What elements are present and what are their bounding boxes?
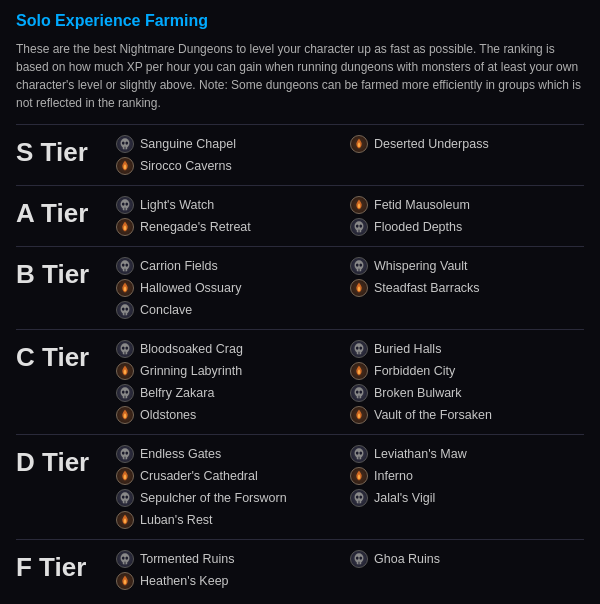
dungeon-item: Grinning Labyrinth <box>116 362 350 380</box>
tier-d-dungeons: Endless Gates Crusader's Cathedral Sepul… <box>116 445 584 529</box>
tier-c-label: C Tier <box>16 340 116 373</box>
tier-b-label: B Tier <box>16 257 116 290</box>
dungeon-item: Hallowed Ossuary <box>116 279 350 297</box>
main-container: Solo Experience Farming These are the be… <box>0 0 600 604</box>
svg-point-65 <box>355 492 364 502</box>
flame-icon <box>350 362 368 380</box>
dungeon-name: Vault of the Forsaken <box>374 408 492 422</box>
dungeon-name: Deserted Underpass <box>374 137 489 151</box>
flame-icon <box>350 467 368 485</box>
svg-point-49 <box>359 391 362 394</box>
tier-s: S Tier Sanguine Chapel Sirocco Caverns D… <box>16 124 584 185</box>
dungeon-name: Inferno <box>374 469 413 483</box>
tier-c-dungeons: Bloodsoaked Crag Grinning Labyrinth Belf… <box>116 340 584 424</box>
tier-a-dungeons: Light's Watch Renegade's Retreat Fetid M… <box>116 196 584 236</box>
skull-icon <box>116 550 134 568</box>
dungeon-name: Hallowed Ossuary <box>140 281 241 295</box>
description: These are the best Nightmare Dungeons to… <box>16 40 584 112</box>
tier-s-label: S Tier <box>16 135 116 168</box>
skull-icon <box>116 301 134 319</box>
skull-icon <box>350 384 368 402</box>
dungeon-item: Inferno <box>350 467 584 485</box>
svg-point-44 <box>359 347 362 350</box>
svg-point-40 <box>355 343 364 353</box>
svg-point-25 <box>355 260 364 270</box>
dungeon-item: Light's Watch <box>116 196 350 214</box>
flame-icon <box>116 218 134 236</box>
tier-b-left-column: Carrion Fields Hallowed Ossuary Conclave <box>116 257 350 319</box>
svg-point-19 <box>125 264 128 267</box>
tier-f-dungeons: Tormented Ruins Heathen's Keep Ghoa Ruin… <box>116 550 584 590</box>
svg-point-48 <box>356 391 359 394</box>
svg-point-75 <box>355 553 364 563</box>
svg-point-60 <box>355 448 364 458</box>
dungeon-item: Forbidden City <box>350 362 584 380</box>
tier-c: C Tier Bloodsoaked Crag Grinning Labyrin… <box>16 329 584 434</box>
dungeon-name: Light's Watch <box>140 198 214 212</box>
dungeon-item: Whispering Vault <box>350 257 584 275</box>
dungeon-item: Flooded Depths <box>350 218 584 236</box>
svg-point-3 <box>122 142 125 145</box>
dungeon-name: Oldstones <box>140 408 196 422</box>
svg-point-73 <box>122 557 125 560</box>
skull-icon <box>116 489 134 507</box>
svg-point-45 <box>355 387 364 397</box>
skull-icon <box>116 445 134 463</box>
dungeon-name: Bloodsoaked Crag <box>140 342 243 356</box>
svg-point-4 <box>125 142 128 145</box>
skull-icon <box>116 340 134 358</box>
dungeon-name: Sepulcher of the Forsworn <box>140 491 287 505</box>
dungeon-item: Jalal's Vigil <box>350 489 584 507</box>
svg-point-79 <box>359 557 362 560</box>
svg-point-53 <box>122 452 125 455</box>
svg-point-28 <box>356 264 359 267</box>
tier-b-right-column: Whispering Vault Steadfast Barracks <box>350 257 584 319</box>
dungeon-name: Jalal's Vigil <box>374 491 435 505</box>
svg-point-29 <box>359 264 362 267</box>
dungeon-item: Buried Halls <box>350 340 584 358</box>
tier-a: A Tier Light's Watch Renegade's Retreat … <box>16 185 584 246</box>
dungeon-name: Luban's Rest <box>140 513 213 527</box>
dungeon-name: Endless Gates <box>140 447 221 461</box>
svg-point-23 <box>122 308 125 311</box>
dungeon-name: Broken Bulwark <box>374 386 462 400</box>
dungeon-item: Tormented Ruins <box>116 550 350 568</box>
flame-icon <box>116 572 134 590</box>
svg-point-74 <box>125 557 128 560</box>
dungeon-item: Sepulcher of the Forsworn <box>116 489 350 507</box>
flame-icon <box>116 362 134 380</box>
dungeon-item: Crusader's Cathedral <box>116 467 350 485</box>
svg-point-13 <box>356 225 359 228</box>
skull-icon <box>116 196 134 214</box>
dungeon-name: Sirocco Caverns <box>140 159 232 173</box>
skull-icon <box>350 550 368 568</box>
dungeon-name: Carrion Fields <box>140 259 218 273</box>
flame-icon <box>350 279 368 297</box>
flame-icon <box>350 196 368 214</box>
svg-point-8 <box>122 203 125 206</box>
dungeon-name: Heathen's Keep <box>140 574 229 588</box>
svg-point-64 <box>359 452 362 455</box>
dungeon-item: Broken Bulwark <box>350 384 584 402</box>
dungeon-item: Sanguine Chapel <box>116 135 350 153</box>
svg-point-34 <box>125 347 128 350</box>
flame-icon <box>116 511 134 529</box>
dungeon-name: Buried Halls <box>374 342 441 356</box>
flame-icon <box>350 135 368 153</box>
dungeon-item: Fetid Mausoleum <box>350 196 584 214</box>
svg-point-68 <box>356 496 359 499</box>
dungeon-name: Steadfast Barracks <box>374 281 480 295</box>
dungeon-item: Luban's Rest <box>116 511 350 529</box>
svg-point-54 <box>125 452 128 455</box>
page-title: Solo Experience Farming <box>16 12 584 30</box>
dungeon-item: Heathen's Keep <box>116 572 350 590</box>
tier-s-left-column: Sanguine Chapel Sirocco Caverns <box>116 135 350 175</box>
tier-f-label: F Tier <box>16 550 116 583</box>
tier-c-right-column: Buried Halls Forbidden City Broken Bulwa… <box>350 340 584 424</box>
dungeon-item: Vault of the Forsaken <box>350 406 584 424</box>
svg-point-69 <box>359 496 362 499</box>
skull-icon <box>350 218 368 236</box>
dungeon-name: Ghoa Ruins <box>374 552 440 566</box>
svg-point-18 <box>122 264 125 267</box>
svg-point-14 <box>359 225 362 228</box>
